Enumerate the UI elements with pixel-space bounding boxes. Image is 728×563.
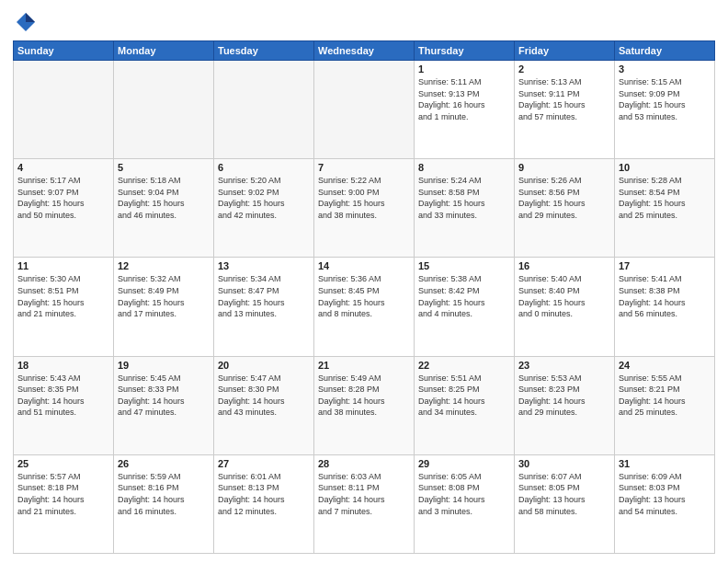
calendar-cell: 29Sunrise: 6:05 AMSunset: 8:08 PMDayligh… [415,454,515,553]
day-number: 28 [318,458,410,469]
day-number: 6 [218,162,310,173]
day-number: 5 [118,162,210,173]
weekday-header: Saturday [615,41,715,61]
calendar-cell: 12Sunrise: 5:32 AMSunset: 8:49 PMDayligh… [114,258,214,356]
day-number: 8 [418,162,510,173]
day-info: Sunrise: 5:41 AMSunset: 8:38 PMDaylight:… [619,273,711,319]
day-number: 3 [619,63,711,75]
day-info: Sunrise: 5:15 AMSunset: 9:09 PMDaylight:… [619,76,711,122]
calendar-cell [14,61,114,159]
day-info: Sunrise: 6:01 AMSunset: 8:13 PMDaylight:… [218,471,310,517]
day-number: 26 [118,458,210,469]
day-info: Sunrise: 5:30 AMSunset: 8:51 PMDaylight:… [17,273,109,319]
calendar-cell: 20Sunrise: 5:47 AMSunset: 8:30 PMDayligh… [214,356,314,454]
weekday-header: Sunday [14,41,114,61]
calendar-cell: 24Sunrise: 5:55 AMSunset: 8:21 PMDayligh… [615,356,715,454]
day-number: 14 [318,260,410,271]
day-number: 20 [218,360,310,371]
day-info: Sunrise: 5:24 AMSunset: 8:58 PMDaylight:… [418,175,510,221]
day-info: Sunrise: 5:20 AMSunset: 9:02 PMDaylight:… [218,175,310,221]
day-number: 11 [17,260,109,271]
calendar-cell: 21Sunrise: 5:49 AMSunset: 8:28 PMDayligh… [314,356,415,454]
day-info: Sunrise: 5:17 AMSunset: 9:07 PMDaylight:… [17,175,109,221]
calendar-cell: 28Sunrise: 6:03 AMSunset: 8:11 PMDayligh… [314,454,415,553]
day-number: 21 [318,360,410,371]
calendar-week-row: 1Sunrise: 5:11 AMSunset: 9:13 PMDaylight… [14,61,715,159]
day-number: 1 [418,63,510,75]
day-number: 31 [619,458,711,469]
day-number: 13 [218,260,310,271]
day-info: Sunrise: 5:13 AMSunset: 9:11 PMDaylight:… [518,76,610,122]
weekday-header: Tuesday [214,41,314,61]
day-info: Sunrise: 5:59 AMSunset: 8:16 PMDaylight:… [118,471,210,517]
day-number: 4 [17,162,109,173]
calendar-header-row: SundayMondayTuesdayWednesdayThursdayFrid… [14,41,715,61]
day-info: Sunrise: 5:26 AMSunset: 8:56 PMDaylight:… [518,175,610,221]
calendar-cell: 13Sunrise: 5:34 AMSunset: 8:47 PMDayligh… [214,258,314,356]
day-number: 10 [619,162,711,173]
day-info: Sunrise: 5:55 AMSunset: 8:21 PMDaylight:… [619,373,711,419]
calendar-week-row: 4Sunrise: 5:17 AMSunset: 9:07 PMDaylight… [14,159,715,258]
calendar-cell: 8Sunrise: 5:24 AMSunset: 8:58 PMDaylight… [415,159,515,258]
day-info: Sunrise: 5:38 AMSunset: 8:42 PMDaylight:… [418,273,510,319]
day-info: Sunrise: 5:49 AMSunset: 8:28 PMDaylight:… [318,373,410,419]
calendar-cell: 5Sunrise: 5:18 AMSunset: 9:04 PMDaylight… [114,159,214,258]
calendar-cell: 17Sunrise: 5:41 AMSunset: 8:38 PMDayligh… [615,258,715,356]
day-info: Sunrise: 6:05 AMSunset: 8:08 PMDaylight:… [418,471,510,517]
calendar-cell: 16Sunrise: 5:40 AMSunset: 8:40 PMDayligh… [515,258,615,356]
calendar-cell: 30Sunrise: 6:07 AMSunset: 8:05 PMDayligh… [515,454,615,553]
day-info: Sunrise: 5:53 AMSunset: 8:23 PMDaylight:… [518,373,610,419]
day-number: 9 [518,162,610,173]
calendar-week-row: 18Sunrise: 5:43 AMSunset: 8:35 PMDayligh… [14,356,715,454]
calendar-cell: 26Sunrise: 5:59 AMSunset: 8:16 PMDayligh… [114,454,214,553]
day-number: 22 [418,360,510,371]
calendar-cell [114,61,214,159]
calendar-cell [314,61,415,159]
logo [13,9,42,35]
day-number: 16 [518,260,610,271]
day-info: Sunrise: 5:45 AMSunset: 8:33 PMDaylight:… [118,373,210,419]
calendar-cell: 15Sunrise: 5:38 AMSunset: 8:42 PMDayligh… [415,258,515,356]
calendar-table: SundayMondayTuesdayWednesdayThursdayFrid… [13,40,715,554]
day-info: Sunrise: 5:36 AMSunset: 8:45 PMDaylight:… [318,273,410,319]
day-info: Sunrise: 5:51 AMSunset: 8:25 PMDaylight:… [418,373,510,419]
calendar-week-row: 25Sunrise: 5:57 AMSunset: 8:18 PMDayligh… [14,454,715,553]
day-number: 18 [17,360,109,371]
day-number: 24 [619,360,711,371]
weekday-header: Wednesday [314,41,415,61]
calendar-cell [214,61,314,159]
calendar-cell: 22Sunrise: 5:51 AMSunset: 8:25 PMDayligh… [415,356,515,454]
day-number: 30 [518,458,610,469]
calendar-cell: 1Sunrise: 5:11 AMSunset: 9:13 PMDaylight… [415,61,515,159]
day-info: Sunrise: 5:28 AMSunset: 8:54 PMDaylight:… [619,175,711,221]
calendar-cell: 11Sunrise: 5:30 AMSunset: 8:51 PMDayligh… [14,258,114,356]
day-info: Sunrise: 5:57 AMSunset: 8:18 PMDaylight:… [17,471,109,517]
day-info: Sunrise: 6:09 AMSunset: 8:03 PMDaylight:… [619,471,711,517]
calendar-cell: 4Sunrise: 5:17 AMSunset: 9:07 PMDaylight… [14,159,114,258]
day-number: 27 [218,458,310,469]
day-number: 7 [318,162,410,173]
weekday-header: Friday [515,41,615,61]
day-number: 29 [418,458,510,469]
calendar-cell: 27Sunrise: 6:01 AMSunset: 8:13 PMDayligh… [214,454,314,553]
day-number: 12 [118,260,210,271]
svg-marker-1 [26,13,35,22]
day-number: 17 [619,260,711,271]
day-info: Sunrise: 5:40 AMSunset: 8:40 PMDaylight:… [518,273,610,319]
day-info: Sunrise: 5:22 AMSunset: 9:00 PMDaylight:… [318,175,410,221]
day-number: 2 [518,63,610,75]
calendar-cell: 7Sunrise: 5:22 AMSunset: 9:00 PMDaylight… [314,159,415,258]
day-info: Sunrise: 5:32 AMSunset: 8:49 PMDaylight:… [118,273,210,319]
day-info: Sunrise: 5:11 AMSunset: 9:13 PMDaylight:… [418,76,510,122]
calendar-cell: 19Sunrise: 5:45 AMSunset: 8:33 PMDayligh… [114,356,214,454]
calendar-cell: 6Sunrise: 5:20 AMSunset: 9:02 PMDaylight… [214,159,314,258]
day-number: 15 [418,260,510,271]
day-number: 25 [17,458,109,469]
day-number: 23 [518,360,610,371]
calendar-week-row: 11Sunrise: 5:30 AMSunset: 8:51 PMDayligh… [14,258,715,356]
day-info: Sunrise: 6:07 AMSunset: 8:05 PMDaylight:… [518,471,610,517]
calendar-cell: 14Sunrise: 5:36 AMSunset: 8:45 PMDayligh… [314,258,415,356]
calendar-cell: 2Sunrise: 5:13 AMSunset: 9:11 PMDaylight… [515,61,615,159]
header [13,9,715,35]
weekday-header: Thursday [415,41,515,61]
